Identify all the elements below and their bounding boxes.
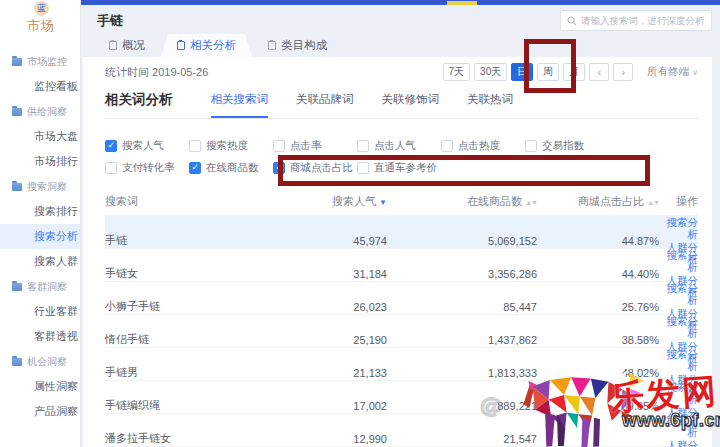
sidebar-item-label: 客群透视 bbox=[34, 329, 78, 344]
sidebar-item-label: 市场大盘 bbox=[34, 129, 78, 144]
top-tab[interactable]: 相关分析 bbox=[161, 34, 252, 57]
top-tab-label: 相关分析 bbox=[190, 38, 236, 53]
metric-checkbox[interactable]: 交易指数 bbox=[525, 139, 609, 153]
cell-search-popularity: 26,023 bbox=[291, 301, 387, 313]
sort-desc-icon[interactable]: ▼ bbox=[379, 198, 387, 207]
checkbox-icon[interactable] bbox=[105, 140, 117, 152]
search-analysis-link[interactable]: 搜索分析 bbox=[659, 282, 698, 306]
sidebar-item[interactable]: 搜索排行 bbox=[0, 199, 80, 224]
metric-checkbox[interactable]: 支付转化率 bbox=[105, 161, 189, 175]
sidebar-item[interactable]: 行业客群 bbox=[0, 299, 80, 324]
sidebar-item[interactable]: 市场大盘 bbox=[0, 124, 80, 149]
analysis-subtab[interactable]: 关联品牌词 bbox=[296, 92, 354, 118]
metric-checkbox[interactable]: 直通车参考价 bbox=[357, 161, 441, 175]
sort-toggle-icon[interactable]: ▲▼ bbox=[647, 199, 659, 206]
metric-checkbox[interactable]: 搜索人气 bbox=[105, 139, 189, 153]
folder-icon bbox=[12, 283, 22, 291]
page-header: 手链 概况 相关分析 类目构成 bbox=[81, 5, 720, 57]
checkbox-icon[interactable] bbox=[273, 140, 285, 152]
sidebar-item[interactable]: 属性洞察 bbox=[0, 374, 80, 399]
cell-search-popularity: 31,184 bbox=[291, 268, 387, 280]
metric-checkbox-label: 点击率 bbox=[290, 139, 322, 153]
search-box[interactable] bbox=[560, 10, 712, 31]
checkbox-icon[interactable] bbox=[105, 162, 117, 174]
analysis-header: 相关词分析 相关搜索词 关联品牌词 关联修饰词 关联热词 bbox=[105, 91, 698, 119]
period-button[interactable]: 月 bbox=[563, 63, 585, 81]
checkbox-icon[interactable] bbox=[357, 162, 369, 174]
cell-search-word: 情侣手链 bbox=[105, 332, 291, 347]
cell-search-word: 手链 bbox=[105, 233, 291, 248]
top-tab[interactable]: 概况 bbox=[93, 34, 161, 57]
metric-checkbox-label: 点击热度 bbox=[458, 139, 500, 153]
checkbox-icon[interactable] bbox=[357, 140, 369, 152]
next-page-button[interactable]: › bbox=[613, 63, 633, 81]
analysis-card: 统计时间 2019-05-26 7天 30天 日 周 月 ‹ › 所有终端 ∨ … bbox=[83, 57, 712, 447]
table-row: 小狮子手链 26,023 85,447 25.76% 搜索分析 人群分析 bbox=[105, 281, 698, 314]
cell-online-products: 3,356,286 bbox=[387, 268, 537, 280]
analysis-subtab[interactable]: 关联热词 bbox=[467, 92, 513, 118]
analysis-title: 相关词分析 bbox=[105, 91, 173, 118]
search-analysis-link[interactable]: 搜索分析 bbox=[659, 381, 698, 405]
sidebar-item[interactable]: 产品洞察 bbox=[0, 399, 80, 424]
sidebar-item[interactable]: 搜索分析 bbox=[0, 224, 80, 249]
sidebar-item-label: 市场监控 bbox=[27, 55, 67, 69]
sidebar-item[interactable]: 市场排行 bbox=[0, 149, 80, 174]
sort-toggle-icon[interactable]: ▲▼ bbox=[525, 199, 537, 206]
folder-icon bbox=[12, 183, 22, 191]
stat-row: 统计时间 2019-05-26 7天 30天 日 周 月 ‹ › 所有终端 ∨ bbox=[105, 57, 698, 87]
metric-checkbox[interactable]: 在线商品数 bbox=[189, 161, 273, 175]
col-header-pop[interactable]: 搜索人气 ▼ bbox=[291, 194, 387, 209]
clipboard-icon bbox=[268, 41, 276, 50]
sidebar-item: 供给洞察 bbox=[0, 99, 80, 124]
sidebar-item[interactable]: 客群透视 bbox=[0, 324, 80, 349]
crowd-analysis-link[interactable]: 人群分析 bbox=[659, 439, 698, 447]
sidebar-item-label: 搜索分析 bbox=[34, 229, 78, 244]
search-input[interactable] bbox=[581, 15, 705, 26]
metric-checkbox-label: 支付转化率 bbox=[122, 161, 175, 175]
checkbox-icon[interactable] bbox=[273, 162, 285, 174]
sidebar-item-label: 机会洞察 bbox=[27, 355, 67, 369]
search-analysis-link[interactable]: 搜索分析 bbox=[659, 315, 698, 339]
checkbox-icon[interactable] bbox=[189, 162, 201, 174]
metric-checkbox-label: 点击人气 bbox=[374, 139, 416, 153]
sidebar-item: 客群洞察 bbox=[0, 274, 80, 299]
checkbox-icon[interactable] bbox=[525, 140, 537, 152]
search-analysis-link[interactable]: 搜索分析 bbox=[659, 216, 698, 240]
prev-page-button[interactable]: ‹ bbox=[589, 63, 609, 81]
cell-search-word: 潘多拉手链女 bbox=[105, 431, 291, 446]
top-tab[interactable]: 类目构成 bbox=[252, 34, 343, 57]
analysis-subtab[interactable]: 关联修饰词 bbox=[382, 92, 440, 118]
col-header-products[interactable]: 在线商品数 ▲▼ bbox=[387, 194, 537, 209]
sidebar-item[interactable]: 搜索人群 bbox=[0, 249, 80, 274]
metric-checkbox[interactable]: 点击人气 bbox=[357, 139, 441, 153]
metric-checkbox[interactable]: 搜索热度 bbox=[189, 139, 273, 153]
period-button[interactable]: 周 bbox=[537, 63, 559, 81]
terminal-dropdown[interactable]: 所有终端 ∨ bbox=[647, 65, 698, 79]
col-header-ratio[interactable]: 商城点击占比 ▲▼ bbox=[537, 194, 659, 209]
period-button[interactable]: 30天 bbox=[474, 63, 507, 81]
search-analysis-link[interactable]: 搜索分析 bbox=[659, 249, 698, 273]
search-analysis-link[interactable]: 搜索分析 bbox=[659, 348, 698, 372]
search-analysis-link[interactable]: 搜索分析 bbox=[659, 414, 698, 438]
metric-checkbox[interactable]: 商城点击占比 bbox=[273, 161, 357, 175]
content-area: 统计时间 2019-05-26 7天 30天 日 周 月 ‹ › 所有终端 ∨ … bbox=[81, 57, 720, 447]
cell-mall-click-ratio: 48.02% bbox=[537, 367, 659, 379]
analysis-subtab[interactable]: 相关搜索词 bbox=[211, 92, 269, 118]
search-icon bbox=[567, 16, 577, 26]
brand-logo-icon: 蓝 bbox=[34, 1, 49, 16]
metric-checkbox-label: 交易指数 bbox=[542, 139, 584, 153]
metric-checkbox[interactable]: 点击热度 bbox=[441, 139, 525, 153]
sidebar-item: 搜索洞察 bbox=[0, 174, 80, 199]
checkbox-icon[interactable] bbox=[189, 140, 201, 152]
sidebar-item-label: 市场排行 bbox=[34, 154, 78, 169]
cell-search-word: 手链男 bbox=[105, 365, 291, 380]
period-button[interactable]: 日 bbox=[511, 63, 533, 81]
table-row: 手链编织绳 17,002 889,221 39.05% 搜索分析 人群分析 bbox=[105, 380, 698, 413]
metric-checkbox[interactable]: 点击率 bbox=[273, 139, 357, 153]
checkbox-icon[interactable] bbox=[441, 140, 453, 152]
sidebar-item[interactable]: 监控看板 bbox=[0, 74, 80, 99]
sidebar-item: 机会洞察 bbox=[0, 349, 80, 374]
sidebar: 蓝 市场 市场监控 监控看板 供给洞察 市场大盘 市场排行 搜索洞察 搜索排行 … bbox=[0, 0, 81, 447]
period-button[interactable]: 7天 bbox=[443, 63, 471, 81]
folder-icon bbox=[12, 58, 22, 66]
